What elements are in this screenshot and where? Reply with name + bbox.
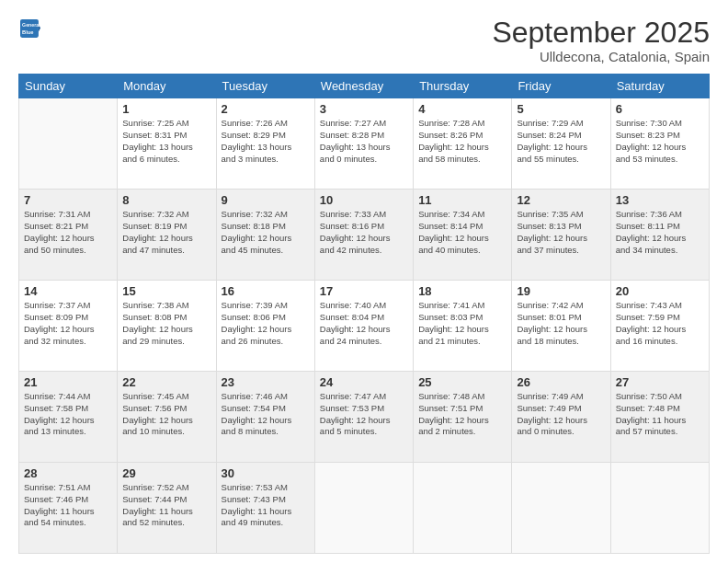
table-row: 21Sunrise: 7:44 AM Sunset: 7:58 PM Dayli…: [19, 372, 118, 463]
day-number: 23: [222, 375, 310, 389]
logo: General Blue: [18, 17, 40, 46]
table-row: 28Sunrise: 7:51 AM Sunset: 7:46 PM Dayli…: [19, 463, 118, 554]
page-subtitle: Ulldecona, Catalonia, Spain: [492, 49, 710, 64]
page-title: September 2025: [492, 17, 710, 49]
title-block: September 2025 Ulldecona, Catalonia, Spa…: [492, 17, 710, 64]
day-number: 16: [222, 284, 310, 298]
table-row: 13Sunrise: 7:36 AM Sunset: 8:11 PM Dayli…: [610, 190, 709, 281]
table-row: 15Sunrise: 7:38 AM Sunset: 8:08 PM Dayli…: [118, 281, 216, 372]
day-info: Sunrise: 7:51 AM Sunset: 7:46 PM Dayligh…: [24, 482, 112, 529]
day-number: 21: [24, 375, 112, 389]
day-number: 26: [517, 375, 605, 389]
col-monday: Monday: [118, 75, 216, 98]
day-info: Sunrise: 7:34 AM Sunset: 8:14 PM Dayligh…: [418, 209, 506, 256]
day-info: Sunrise: 7:32 AM Sunset: 8:18 PM Dayligh…: [222, 209, 310, 256]
table-row: [610, 463, 709, 554]
day-number: 17: [320, 284, 408, 298]
table-row: 10Sunrise: 7:33 AM Sunset: 8:16 PM Dayli…: [314, 190, 413, 281]
day-number: 4: [418, 102, 506, 116]
table-row: 5Sunrise: 7:29 AM Sunset: 8:24 PM Daylig…: [512, 98, 610, 190]
day-number: 11: [418, 193, 506, 207]
col-friday: Friday: [512, 75, 610, 98]
table-row: 20Sunrise: 7:43 AM Sunset: 7:59 PM Dayli…: [610, 281, 709, 372]
day-info: Sunrise: 7:32 AM Sunset: 8:19 PM Dayligh…: [122, 209, 210, 256]
day-info: Sunrise: 7:44 AM Sunset: 7:58 PM Dayligh…: [24, 391, 112, 438]
day-number: 2: [222, 102, 310, 116]
table-row: 2Sunrise: 7:26 AM Sunset: 8:29 PM Daylig…: [216, 98, 314, 190]
day-number: 25: [418, 375, 506, 389]
day-info: Sunrise: 7:46 AM Sunset: 7:54 PM Dayligh…: [222, 391, 310, 438]
table-row: 1Sunrise: 7:25 AM Sunset: 8:31 PM Daylig…: [118, 98, 216, 190]
day-info: Sunrise: 7:52 AM Sunset: 7:44 PM Dayligh…: [122, 482, 210, 529]
header: General Blue September 2025 Ulldecona, C…: [18, 17, 710, 64]
calendar-week-row: 7Sunrise: 7:31 AM Sunset: 8:21 PM Daylig…: [19, 190, 710, 281]
calendar-week-row: 1Sunrise: 7:25 AM Sunset: 8:31 PM Daylig…: [19, 98, 710, 190]
table-row: 17Sunrise: 7:40 AM Sunset: 8:04 PM Dayli…: [314, 281, 413, 372]
calendar-header-row: Sunday Monday Tuesday Wednesday Thursday…: [19, 75, 710, 98]
day-number: 20: [616, 284, 704, 298]
table-row: 30Sunrise: 7:53 AM Sunset: 7:43 PM Dayli…: [216, 463, 314, 554]
day-info: Sunrise: 7:38 AM Sunset: 8:08 PM Dayligh…: [122, 300, 210, 347]
day-info: Sunrise: 7:48 AM Sunset: 7:51 PM Dayligh…: [418, 391, 506, 438]
day-number: 24: [320, 375, 408, 389]
day-number: 22: [122, 375, 210, 389]
day-info: Sunrise: 7:30 AM Sunset: 8:23 PM Dayligh…: [616, 118, 704, 165]
day-info: Sunrise: 7:35 AM Sunset: 8:13 PM Dayligh…: [517, 209, 605, 256]
day-number: 13: [616, 193, 704, 207]
day-info: Sunrise: 7:33 AM Sunset: 8:16 PM Dayligh…: [320, 209, 408, 256]
day-info: Sunrise: 7:42 AM Sunset: 8:01 PM Dayligh…: [517, 300, 605, 347]
day-info: Sunrise: 7:25 AM Sunset: 8:31 PM Dayligh…: [122, 118, 210, 165]
svg-text:Blue: Blue: [22, 29, 33, 35]
table-row: 9Sunrise: 7:32 AM Sunset: 8:18 PM Daylig…: [216, 190, 314, 281]
day-info: Sunrise: 7:45 AM Sunset: 7:56 PM Dayligh…: [122, 391, 210, 438]
table-row: 4Sunrise: 7:28 AM Sunset: 8:26 PM Daylig…: [414, 98, 512, 190]
day-number: 3: [320, 102, 408, 116]
day-info: Sunrise: 7:29 AM Sunset: 8:24 PM Dayligh…: [517, 118, 605, 165]
table-row: 6Sunrise: 7:30 AM Sunset: 8:23 PM Daylig…: [610, 98, 709, 190]
table-row: 3Sunrise: 7:27 AM Sunset: 8:28 PM Daylig…: [314, 98, 413, 190]
table-row: 11Sunrise: 7:34 AM Sunset: 8:14 PM Dayli…: [414, 190, 512, 281]
table-row: 22Sunrise: 7:45 AM Sunset: 7:56 PM Dayli…: [118, 372, 216, 463]
table-row: 19Sunrise: 7:42 AM Sunset: 8:01 PM Dayli…: [512, 281, 610, 372]
day-info: Sunrise: 7:40 AM Sunset: 8:04 PM Dayligh…: [320, 300, 408, 347]
logo-icon: General Blue: [20, 17, 40, 42]
day-number: 27: [616, 375, 704, 389]
calendar-week-row: 14Sunrise: 7:37 AM Sunset: 8:09 PM Dayli…: [19, 281, 710, 372]
table-row: 24Sunrise: 7:47 AM Sunset: 7:53 PM Dayli…: [314, 372, 413, 463]
calendar-table: Sunday Monday Tuesday Wednesday Thursday…: [18, 74, 710, 554]
table-row: 27Sunrise: 7:50 AM Sunset: 7:48 PM Dayli…: [610, 372, 709, 463]
col-saturday: Saturday: [610, 75, 709, 98]
col-thursday: Thursday: [414, 75, 512, 98]
table-row: 18Sunrise: 7:41 AM Sunset: 8:03 PM Dayli…: [414, 281, 512, 372]
table-row: 8Sunrise: 7:32 AM Sunset: 8:19 PM Daylig…: [118, 190, 216, 281]
day-info: Sunrise: 7:49 AM Sunset: 7:49 PM Dayligh…: [517, 391, 605, 438]
calendar-week-row: 28Sunrise: 7:51 AM Sunset: 7:46 PM Dayli…: [19, 463, 710, 554]
day-number: 28: [24, 466, 112, 480]
day-number: 10: [320, 193, 408, 207]
table-row: 7Sunrise: 7:31 AM Sunset: 8:21 PM Daylig…: [19, 190, 118, 281]
day-info: Sunrise: 7:39 AM Sunset: 8:06 PM Dayligh…: [222, 300, 310, 347]
table-row: 23Sunrise: 7:46 AM Sunset: 7:54 PM Dayli…: [216, 372, 314, 463]
day-info: Sunrise: 7:43 AM Sunset: 7:59 PM Dayligh…: [616, 300, 704, 347]
day-number: 1: [122, 102, 210, 116]
table-row: 26Sunrise: 7:49 AM Sunset: 7:49 PM Dayli…: [512, 372, 610, 463]
day-info: Sunrise: 7:53 AM Sunset: 7:43 PM Dayligh…: [222, 482, 310, 529]
table-row: [314, 463, 413, 554]
day-number: 9: [222, 193, 310, 207]
day-number: 15: [122, 284, 210, 298]
day-info: Sunrise: 7:47 AM Sunset: 7:53 PM Dayligh…: [320, 391, 408, 438]
table-row: 25Sunrise: 7:48 AM Sunset: 7:51 PM Dayli…: [414, 372, 512, 463]
day-info: Sunrise: 7:50 AM Sunset: 7:48 PM Dayligh…: [616, 391, 704, 438]
day-number: 18: [418, 284, 506, 298]
day-number: 14: [24, 284, 112, 298]
day-number: 30: [222, 466, 310, 480]
day-info: Sunrise: 7:41 AM Sunset: 8:03 PM Dayligh…: [418, 300, 506, 347]
table-row: 29Sunrise: 7:52 AM Sunset: 7:44 PM Dayli…: [118, 463, 216, 554]
day-info: Sunrise: 7:28 AM Sunset: 8:26 PM Dayligh…: [418, 118, 506, 165]
table-row: 14Sunrise: 7:37 AM Sunset: 8:09 PM Dayli…: [19, 281, 118, 372]
col-wednesday: Wednesday: [314, 75, 413, 98]
col-tuesday: Tuesday: [216, 75, 314, 98]
day-info: Sunrise: 7:36 AM Sunset: 8:11 PM Dayligh…: [616, 209, 704, 256]
day-number: 8: [122, 193, 210, 207]
day-info: Sunrise: 7:26 AM Sunset: 8:29 PM Dayligh…: [222, 118, 310, 165]
